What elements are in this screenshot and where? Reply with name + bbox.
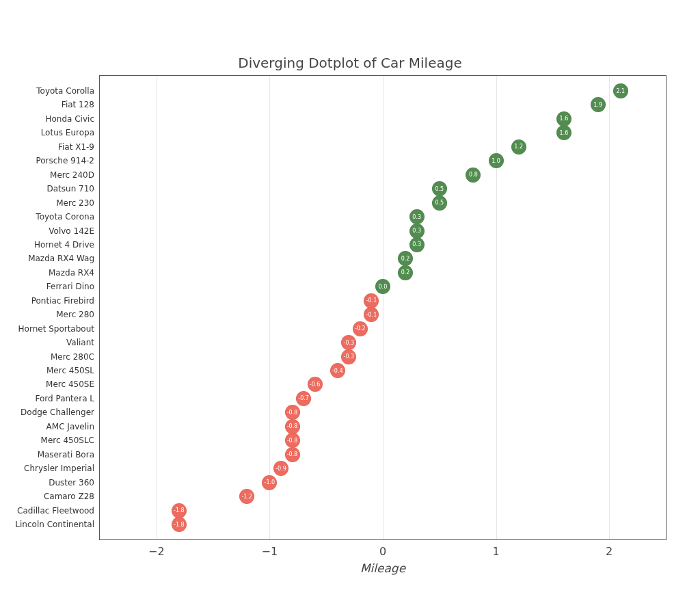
- y-tick-label: Lincoln Continental: [15, 520, 100, 529]
- data-row: Fiat X1-91.2: [100, 140, 666, 154]
- data-row: Mazda RX40.2: [100, 266, 666, 280]
- data-point: -0.2: [353, 321, 368, 336]
- data-row: Toyota Corolla2.1: [100, 84, 666, 98]
- data-point: -0.7: [296, 391, 311, 406]
- data-point: 2.1: [613, 83, 628, 98]
- y-tick-label: Fiat X1-9: [58, 142, 100, 152]
- y-tick-label: Fiat 128: [62, 100, 100, 109]
- data-row: Valiant-0.3: [100, 336, 666, 349]
- y-tick-label: Merc 450SE: [46, 379, 100, 389]
- x-axis-label: Mileage: [360, 561, 405, 575]
- data-row: Camaro Z28-1.2: [100, 490, 666, 503]
- y-tick-label: Datsun 710: [47, 184, 100, 193]
- data-row: Honda Civic1.6: [100, 112, 666, 126]
- data-point: 1.9: [591, 97, 606, 112]
- data-point: -0.8: [285, 447, 300, 462]
- y-tick-label: Mazda RX4: [49, 268, 100, 278]
- data-row: Dodge Challenger-0.8: [100, 405, 666, 419]
- data-row: Pontiac Firebird-0.1: [100, 294, 666, 308]
- data-point: -0.8: [285, 419, 300, 434]
- data-row: Mazda RX4 Wag0.2: [100, 252, 666, 265]
- y-tick-label: Camaro Z28: [44, 492, 100, 501]
- y-tick-label: AMC Javelin: [46, 422, 100, 431]
- chart-title: Diverging Dotplot of Car Mileage: [0, 55, 700, 71]
- y-tick-label: Mazda RX4 Wag: [28, 254, 100, 263]
- data-point: 1.2: [511, 139, 526, 155]
- y-tick-label: Maserati Bora: [38, 450, 100, 459]
- data-point: -0.3: [341, 335, 356, 350]
- y-tick-label: Merc 450SL: [46, 366, 100, 375]
- y-tick-label: Cadillac Fleetwood: [17, 506, 100, 516]
- data-point: -1.0: [262, 475, 277, 490]
- data-row: Volvo 142E0.3: [100, 224, 666, 238]
- y-tick-label: Merc 450SLC: [41, 436, 100, 445]
- data-row: Ford Pantera L-0.7: [100, 392, 666, 405]
- data-point: -0.4: [330, 363, 345, 378]
- y-tick-label: Merc 280C: [51, 352, 100, 362]
- data-row: AMC Javelin-0.8: [100, 420, 666, 433]
- data-row: Ferrari Dino0.0: [100, 280, 666, 293]
- data-row: Merc 280C-0.3: [100, 350, 666, 364]
- data-point: 0.2: [398, 265, 413, 280]
- data-row: Duster 360-1.0: [100, 476, 666, 490]
- y-tick-label: Toyota Corolla: [36, 86, 100, 96]
- data-point: -0.9: [273, 461, 288, 476]
- data-row: Lincoln Continental-1.8: [100, 518, 666, 531]
- data-point: 1.6: [556, 125, 571, 140]
- y-tick-label: Ford Pantera L: [35, 394, 100, 403]
- data-row: Chrysler Imperial-0.9: [100, 462, 666, 475]
- data-row: Merc 2300.5: [100, 196, 666, 210]
- data-point: -0.8: [285, 433, 300, 448]
- y-tick-label: Toyota Corona: [36, 212, 100, 222]
- data-row: Datsun 7100.5: [100, 182, 666, 196]
- data-point: -0.6: [308, 377, 323, 392]
- data-point: 0.8: [466, 168, 481, 183]
- plot-area: Mileage −2−1012Lincoln Continental-1.8Ca…: [99, 75, 667, 540]
- data-row: Fiat 1281.9: [100, 98, 666, 111]
- data-point: -1.2: [239, 489, 254, 504]
- data-point: 1.6: [556, 111, 571, 126]
- data-row: Hornet 4 Drive0.3: [100, 238, 666, 252]
- data-point: -0.1: [364, 293, 379, 308]
- data-row: Hornet Sportabout-0.2: [100, 322, 666, 336]
- data-row: Merc 240D0.8: [100, 168, 666, 182]
- data-row: Cadillac Fleetwood-1.8: [100, 504, 666, 518]
- data-point: 0.3: [409, 209, 425, 224]
- data-point: 0.5: [432, 196, 447, 211]
- data-point: -0.8: [285, 405, 300, 420]
- x-tick-label: 2: [606, 545, 612, 558]
- data-point: 0.0: [375, 279, 390, 294]
- y-tick-label: Hornet 4 Drive: [34, 240, 100, 250]
- data-point: 0.2: [398, 251, 413, 266]
- data-row: Toyota Corona0.3: [100, 210, 666, 224]
- y-tick-label: Merc 240D: [50, 170, 100, 180]
- data-row: Merc 450SE-0.6: [100, 377, 666, 391]
- y-tick-label: Pontiac Firebird: [31, 296, 100, 306]
- y-tick-label: Honda Civic: [45, 114, 100, 124]
- y-tick-label: Hornet Sportabout: [18, 324, 100, 334]
- data-point: 0.3: [409, 224, 425, 239]
- x-tick-label: −1: [262, 545, 278, 558]
- y-tick-label: Porsche 914-2: [36, 156, 100, 165]
- y-tick-label: Lotus Europa: [41, 128, 100, 137]
- data-point: 0.5: [432, 181, 447, 196]
- y-tick-label: Merc 280: [56, 310, 100, 319]
- y-tick-label: Dodge Challenger: [21, 408, 100, 417]
- data-row: Porsche 914-21.0: [100, 154, 666, 168]
- data-row: Merc 450SL-0.4: [100, 364, 666, 377]
- y-tick-label: Merc 230: [56, 198, 100, 208]
- y-tick-label: Chrysler Imperial: [24, 464, 100, 473]
- x-tick-label: 1: [493, 545, 500, 558]
- data-row: Maserati Bora-0.8: [100, 448, 666, 462]
- data-point: 1.0: [489, 153, 504, 168]
- data-row: Merc 280-0.1: [100, 308, 666, 321]
- x-tick-label: 0: [379, 545, 386, 558]
- data-row: Merc 450SLC-0.8: [100, 433, 666, 447]
- data-point: -0.3: [341, 349, 356, 364]
- chart-container: Diverging Dotplot of Car Mileage Mileage…: [0, 0, 700, 601]
- y-tick-label: Duster 360: [49, 478, 100, 488]
- y-tick-label: Ferrari Dino: [46, 282, 100, 291]
- data-point: 0.3: [409, 237, 425, 252]
- x-tick-label: −2: [148, 545, 165, 558]
- y-tick-label: Volvo 142E: [49, 226, 100, 236]
